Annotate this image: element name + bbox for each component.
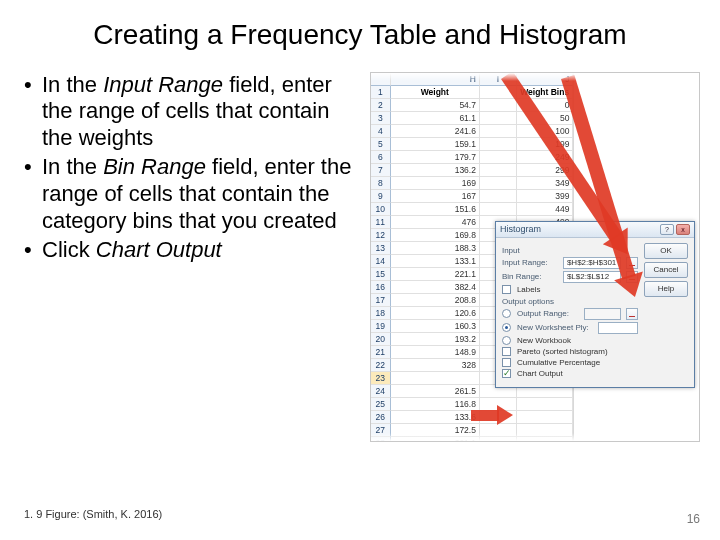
chart-output-label: Chart Output xyxy=(517,369,563,378)
row-header: 7 xyxy=(371,164,391,177)
row-header: 9 xyxy=(371,190,391,203)
cancel-button[interactable]: Cancel xyxy=(644,262,688,278)
row-header: 25 xyxy=(371,398,391,411)
new-worksheet-field: New Worksheet Ply: xyxy=(502,322,638,334)
cell: Weight xyxy=(391,86,480,99)
pareto-field: Pareto (sorted histogram) xyxy=(502,347,638,356)
cell xyxy=(480,138,517,151)
cell: 116.8 xyxy=(391,398,480,411)
page-number: 16 xyxy=(687,512,700,526)
cell: 160.3 xyxy=(391,320,480,333)
cumulative-label: Cumulative Percentage xyxy=(517,358,600,367)
output-range-radio[interactable] xyxy=(502,309,511,318)
bullet-em: Input Range xyxy=(103,72,223,97)
cell: 169 xyxy=(391,177,480,190)
bin-range-label: Bin Range: xyxy=(502,272,560,281)
header-row: 1 Weight Weight Bins xyxy=(371,86,573,99)
pareto-checkbox[interactable] xyxy=(502,347,511,356)
cell: 169.8 xyxy=(391,229,480,242)
output-range-field: Output Range: xyxy=(502,308,638,320)
cell xyxy=(480,190,517,203)
new-worksheet-textbox[interactable] xyxy=(598,322,638,334)
figure-caption: 1. 9 Figure: (Smith, K. 2016) xyxy=(24,508,162,520)
cell: 241.6 xyxy=(391,125,480,138)
cumulative-field: Cumulative Percentage xyxy=(502,358,638,367)
dialog-title: Histogram xyxy=(500,224,541,234)
help-icon[interactable]: ? xyxy=(660,224,674,235)
cell: 167 xyxy=(391,190,480,203)
figure-screenshot: H I J 1 Weight Weight Bins 254.70361.150… xyxy=(370,72,700,442)
chart-output-checkbox[interactable] xyxy=(502,369,511,378)
cell xyxy=(480,112,517,125)
cell: 188.3 xyxy=(391,242,480,255)
cell: 349 xyxy=(517,177,573,190)
labels-checkbox[interactable] xyxy=(502,285,511,294)
bullet-text: In the xyxy=(42,154,103,179)
cell: 159.1 xyxy=(391,138,480,151)
row-header: 17 xyxy=(371,294,391,307)
cell: 61.1 xyxy=(391,112,480,125)
cell xyxy=(480,177,517,190)
close-icon[interactable]: x xyxy=(676,224,690,235)
row-header: 19 xyxy=(371,320,391,333)
new-workbook-field: New Workbook xyxy=(502,336,638,345)
content-row: In the Input Range field, enter the rang… xyxy=(0,58,720,442)
cell: 54.7 xyxy=(391,99,480,112)
dialog-right-col: OK Cancel Help xyxy=(644,243,688,380)
bullet-text: Click xyxy=(42,237,96,262)
row-header: 12 xyxy=(371,229,391,242)
bin-range-textbox[interactable]: $L$2:$L$12 xyxy=(563,271,621,283)
cell: 136.2 xyxy=(391,164,480,177)
row-header: 5 xyxy=(371,138,391,151)
group-output-label: Output options xyxy=(502,297,638,306)
cell: 399 xyxy=(517,190,573,203)
bullet-item: Click Chart Output xyxy=(24,237,360,264)
cell xyxy=(517,411,573,424)
table-row: 7136.2299 xyxy=(371,164,573,177)
help-button[interactable]: Help xyxy=(644,281,688,297)
cell: 261.5 xyxy=(391,385,480,398)
cell xyxy=(480,99,517,112)
row-header: 1 xyxy=(371,86,391,99)
row-header: 4 xyxy=(371,125,391,138)
cell xyxy=(517,398,573,411)
input-range-label: Input Range: xyxy=(502,258,560,267)
cumulative-checkbox[interactable] xyxy=(502,358,511,367)
row-header: 21 xyxy=(371,346,391,359)
dialog-titlebar: Histogram ? x xyxy=(496,222,694,238)
bullet-em: Chart Output xyxy=(96,237,222,262)
cell: 151.6 xyxy=(391,203,480,216)
cell: 221.1 xyxy=(391,268,480,281)
ok-button[interactable]: OK xyxy=(644,243,688,259)
cell: 476 xyxy=(391,216,480,229)
row-header: 20 xyxy=(371,333,391,346)
chart-output-field: Chart Output xyxy=(502,369,638,378)
row-header: 8 xyxy=(371,177,391,190)
new-worksheet-radio[interactable] xyxy=(502,323,511,332)
range-picker-icon[interactable] xyxy=(626,308,638,320)
new-workbook-radio[interactable] xyxy=(502,336,511,345)
row-header: 6 xyxy=(371,151,391,164)
bullet-em: Bin Range xyxy=(103,154,206,179)
cell: 382.4 xyxy=(391,281,480,294)
row-header: 14 xyxy=(371,255,391,268)
output-range-textbox[interactable] xyxy=(584,308,621,320)
page-title: Creating a Frequency Table and Histogram xyxy=(0,0,720,58)
cell: 193.2 xyxy=(391,333,480,346)
cell xyxy=(480,203,517,216)
row-header: 26 xyxy=(371,411,391,424)
row-header: 10 xyxy=(371,203,391,216)
cell: 133.1 xyxy=(391,255,480,268)
row-header: 3 xyxy=(371,112,391,125)
cell xyxy=(480,164,517,177)
dialog-body: Input Input Range: $H$2:$H$301 Bin Range… xyxy=(496,238,694,387)
new-workbook-label: New Workbook xyxy=(517,336,571,345)
cell: 179.7 xyxy=(391,151,480,164)
cell: 208.8 xyxy=(391,294,480,307)
cell: 120.6 xyxy=(391,307,480,320)
table-row: 254.70 xyxy=(371,99,573,112)
histogram-dialog: Histogram ? x Input Input Range: $H$2:$H… xyxy=(495,221,695,388)
labels-label: Labels xyxy=(517,285,541,294)
output-range-label: Output Range: xyxy=(517,309,581,318)
table-row: 8169349 xyxy=(371,177,573,190)
